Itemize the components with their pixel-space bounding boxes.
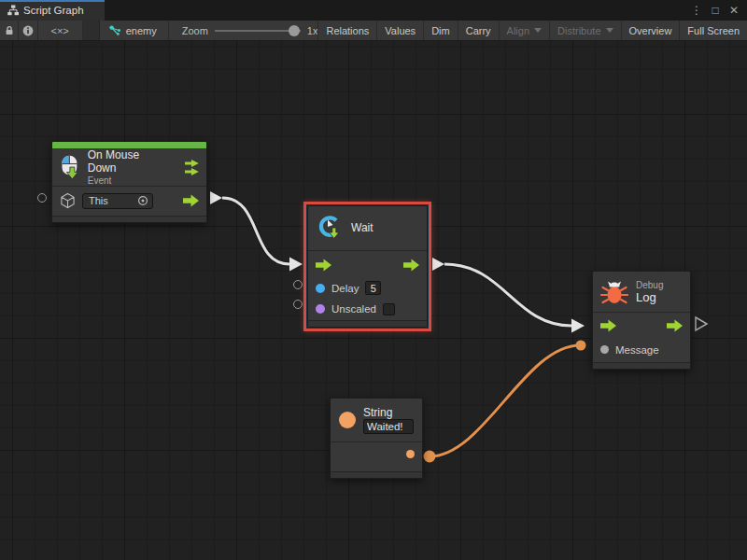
- carry-label: Carry: [466, 25, 491, 36]
- unscaled-value-port[interactable]: [316, 304, 325, 314]
- node-footer: [52, 216, 206, 222]
- event-trigger-icon: [185, 160, 199, 175]
- tab-label: Script Graph: [23, 5, 84, 16]
- node-wait[interactable]: Wait Delay: [307, 205, 428, 328]
- trigger-output-port[interactable]: [183, 194, 199, 207]
- align-dropdown[interactable]: Align: [499, 21, 549, 40]
- wait-delay-port-outer[interactable]: [293, 280, 303, 289]
- menu-icon[interactable]: ⋮: [689, 3, 704, 18]
- string-output-port[interactable]: [406, 450, 415, 458]
- zoom-value: 1x: [307, 25, 318, 36]
- toolbar-gap: [83, 21, 100, 40]
- node-subtitle: Event: [88, 175, 170, 186]
- selection-outline: Wait Delay: [303, 202, 431, 331]
- info-button[interactable]: [19, 21, 37, 40]
- trigger-output-port[interactable]: [403, 259, 419, 272]
- maximize-icon[interactable]: □: [708, 3, 723, 18]
- node-title: On Mouse Down: [88, 148, 170, 175]
- toolbar: <×> enemy Zoom 1x Relations Values Dim C…: [0, 21, 747, 41]
- full-screen-label: Full Screen: [687, 25, 740, 36]
- wire-wait-to-log[interactable]: [444, 264, 571, 326]
- trigger-output-port[interactable]: [667, 319, 683, 332]
- align-label: Align: [507, 25, 529, 36]
- wire-end-arrow: [289, 258, 303, 272]
- delay-label: Delay: [331, 283, 359, 294]
- wire-value-endpoint: [424, 451, 436, 463]
- titlebar: Script Graph ⋮ □ ✕: [0, 0, 747, 21]
- code-view-button[interactable]: <×>: [38, 21, 83, 40]
- tab-script-graph[interactable]: Script Graph: [0, 0, 105, 21]
- relations-button[interactable]: Relations: [317, 21, 376, 40]
- wire-mousedown-to-wait[interactable]: [222, 198, 289, 264]
- wait-icon: [316, 213, 344, 243]
- dim-button[interactable]: Dim: [423, 21, 458, 40]
- zoom-label: Zoom: [182, 25, 208, 36]
- zoom-slider-handle[interactable]: [289, 25, 300, 36]
- graph-asset-icon: [109, 25, 121, 35]
- node-debug-log[interactable]: Debug Log Message: [592, 271, 691, 370]
- wait-unscaled-port-outer[interactable]: [293, 300, 303, 309]
- distribute-dropdown[interactable]: Distribute: [549, 21, 620, 40]
- object-picker-icon[interactable]: [137, 195, 148, 206]
- full-screen-button[interactable]: Full Screen: [679, 21, 747, 40]
- string-value-input[interactable]: [363, 419, 414, 434]
- graph-icon: [7, 5, 19, 16]
- wire-start-arrow: [210, 191, 222, 204]
- delay-value-port[interactable]: [316, 284, 325, 293]
- graph-name: enemy: [126, 25, 157, 36]
- node-title: Log: [636, 290, 663, 304]
- node-category: Debug: [636, 280, 663, 290]
- string-literal-icon: [338, 411, 357, 429]
- trigger-input-port[interactable]: [316, 259, 331, 272]
- wire-value-endpoint: [576, 341, 586, 351]
- script-graph-window: Script Graph ⋮ □ ✕ <×>: [0, 0, 747, 560]
- chevron-down-icon: [534, 28, 542, 33]
- graph-canvas[interactable]: On Mouse Down Event: [0, 41, 747, 560]
- target-object-input[interactable]: [89, 195, 134, 206]
- zoom-control: Zoom 1x: [169, 21, 318, 40]
- zoom-slider[interactable]: [215, 21, 301, 41]
- mouse-down-icon: [60, 155, 80, 180]
- mousedown-target-port[interactable]: [37, 193, 47, 203]
- active-tab-stripe: [0, 0, 105, 2]
- node-footer: [308, 320, 427, 327]
- debug-bug-icon: [600, 279, 628, 305]
- overview-label: Overview: [629, 25, 672, 36]
- gameobject-cube-icon: [60, 192, 76, 209]
- wire-string-to-message[interactable]: [430, 345, 580, 456]
- overview-button[interactable]: Overview: [621, 21, 680, 40]
- node-footer: [593, 362, 690, 369]
- wire-start-arrow: [432, 258, 444, 271]
- chevron-down-icon: [606, 28, 613, 33]
- close-icon[interactable]: ✕: [726, 3, 741, 18]
- graph-breadcrumb[interactable]: enemy: [100, 21, 169, 40]
- unscaled-label: Unscaled: [331, 303, 376, 315]
- node-title: String: [363, 406, 414, 419]
- lock-button[interactable]: [0, 21, 19, 40]
- unscaled-checkbox[interactable]: [383, 303, 395, 315]
- event-color-bar: [52, 142, 206, 148]
- message-label: Message: [615, 344, 659, 356]
- wire-end-arrow: [571, 319, 585, 333]
- window-controls: ⋮ □ ✕: [689, 0, 747, 21]
- delay-value-input[interactable]: [365, 281, 381, 295]
- node-string-literal[interactable]: String: [330, 398, 423, 479]
- code-view-icon: <×>: [51, 25, 69, 36]
- node-title: Wait: [351, 221, 374, 234]
- message-value-port[interactable]: [600, 345, 609, 354]
- relations-label: Relations: [326, 25, 369, 36]
- dim-label: Dim: [431, 25, 450, 36]
- trigger-input-port[interactable]: [600, 319, 616, 332]
- values-button[interactable]: Values: [376, 21, 423, 40]
- node-on-mouse-down[interactable]: On Mouse Down Event: [51, 141, 207, 223]
- node-footer: [331, 471, 422, 478]
- target-object-field[interactable]: [82, 193, 153, 209]
- lock-icon: [4, 25, 15, 36]
- carry-button[interactable]: Carry: [458, 21, 499, 40]
- log-output-arrow[interactable]: [696, 317, 707, 330]
- distribute-label: Distribute: [557, 25, 600, 36]
- info-icon: [22, 25, 34, 36]
- values-label: Values: [385, 25, 416, 36]
